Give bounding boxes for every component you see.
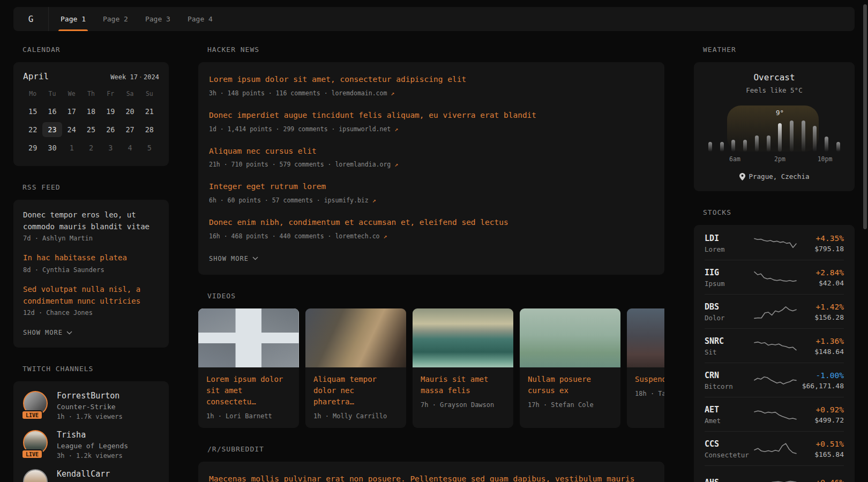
rss-item-title[interactable]: In hac habitasse platea (23, 252, 159, 264)
dashboard-page: G Page 1 Page 2 Page 3 Page 4 CALENDAR A… (0, 0, 868, 482)
stock-row[interactable]: CRNBitcorn-1.00%$66,171.48 (705, 363, 844, 397)
location-pin-icon (739, 173, 745, 180)
hn-show-more-button[interactable]: SHOW MORE (209, 255, 258, 262)
calendar-day[interactable]: 26 (101, 122, 120, 137)
calendar-day[interactable]: 27 (120, 122, 139, 137)
calendar-day[interactable]: 19 (101, 104, 120, 119)
separator-dot: · (138, 73, 144, 81)
stock-row[interactable]: DBSDolor+1.42%$156.28 (705, 295, 844, 329)
hn-item-title[interactable]: Lorem ipsum dolor sit amet, consectetur … (209, 74, 654, 86)
calendar-day[interactable]: 20 (120, 104, 139, 119)
hn-item-title[interactable]: Aliquam nec cursus elit (209, 146, 654, 157)
stock-row[interactable]: IIGIpsum+2.84%$42.04 (705, 260, 844, 295)
tab-page-4[interactable]: Page 4 (179, 7, 221, 31)
twitch-channel-meta: 1h · 1.7k viewers (57, 413, 123, 420)
stock-row[interactable]: AETAmet+0.92%$499.72 (705, 397, 844, 432)
calendar-weekday: Th (81, 90, 101, 101)
external-link-icon[interactable]: ↗ (394, 125, 398, 133)
twitch-channel-name[interactable]: ForrestBurton (57, 391, 123, 401)
calendar-day[interactable]: 21 (140, 104, 159, 119)
calendar-day[interactable]: 30 (42, 140, 62, 155)
calendar-day[interactable]: 23 (42, 122, 62, 137)
stock-sparkline (754, 371, 797, 389)
stock-ticker[interactable]: CRN (705, 371, 754, 380)
weather-bar (813, 126, 817, 152)
calendar-day[interactable]: 16 (42, 104, 62, 119)
stock-ticker[interactable]: DBS (705, 302, 754, 312)
calendar-grid: MoTuWeThFrSaSu15161718192021222324252627… (23, 90, 159, 155)
external-link-icon[interactable]: ↗ (394, 161, 398, 168)
stock-ticker[interactable]: SNRC (705, 336, 754, 346)
video-card[interactable]: Aliquam tempor dolor nec pharetra… 1h · … (305, 308, 406, 428)
hn-item-meta: 3h · 148 points · 116 comments · loremdo… (209, 89, 654, 97)
calendar-month: April (23, 71, 49, 81)
stock-ticker[interactable]: AET (705, 405, 754, 415)
hn-item-title[interactable]: Donec imperdiet augue tincidunt felis al… (209, 110, 654, 122)
stock-ticker[interactable]: AHS (705, 478, 754, 482)
calendar-day[interactable]: 15 (23, 104, 42, 119)
calendar-day[interactable]: 2 (81, 140, 101, 155)
stock-name: Dolor (705, 314, 754, 322)
calendar-day[interactable]: 5 (140, 140, 159, 155)
stock-ticker[interactable]: LDI (705, 234, 754, 243)
hn-item-title[interactable]: Integer eget rutrum lorem (209, 181, 654, 193)
page-tabs: Page 1 Page 2 Page 3 Page 4 (49, 7, 221, 31)
stock-row[interactable]: CCSConsectetur+0.51%$165.84 (705, 432, 844, 466)
stock-price: $795.18 (797, 245, 844, 253)
calendar-day[interactable]: 24 (62, 122, 81, 137)
rss-item-title[interactable]: Donec tempor eros leo, ut commodo mauris… (23, 209, 159, 232)
weather-bar (731, 140, 735, 152)
video-card[interactable]: Suspendisse diam 18h · Tara (627, 308, 664, 428)
calendar-day[interactable]: 22 (23, 122, 42, 137)
vertical-scrollbar[interactable] (863, 4, 867, 229)
stock-change: +2.84% (797, 268, 844, 277)
video-card[interactable]: Lorem ipsum dolor sit amet consectetu… 1… (198, 308, 299, 428)
reddit-section-label: /R/SUBREDDIT (207, 445, 664, 453)
hn-item-title[interactable]: Donec enim nibh, condimentum et accumsan… (209, 217, 654, 229)
calendar-day[interactable]: 3 (101, 140, 120, 155)
external-link-icon[interactable]: ↗ (383, 232, 387, 240)
calendar-day[interactable]: 17 (62, 104, 81, 119)
calendar-day[interactable]: 18 (81, 104, 101, 119)
avatar[interactable] (23, 469, 48, 482)
video-card[interactable]: Nullam posuere cursus ex 17h · Stefan Co… (520, 308, 620, 428)
rss-item: In hac habitasse platea 8d · Cynthia Sau… (23, 252, 159, 274)
weather-axis-label: 2pm (774, 155, 785, 163)
middle-column: HACKER NEWS Lorem ipsum dolor sit amet, … (198, 46, 664, 482)
reddit-post-title[interactable]: Maecenas mollis pulvinar erat non posuer… (209, 473, 654, 482)
left-column: CALENDAR April Week 17·2024 MoTuWeThFrSa… (13, 46, 169, 482)
stock-row[interactable]: LDILorem+4.35%$795.18 (705, 226, 844, 260)
rss-item-title[interactable]: Sed volutpat nulla nisl, a condimentum n… (23, 284, 159, 307)
external-link-icon[interactable]: ↗ (372, 197, 376, 204)
stock-change: +0.46% (797, 478, 844, 482)
chevron-down-icon (66, 331, 72, 335)
calendar-day[interactable]: 28 (140, 122, 159, 137)
tab-page-3[interactable]: Page 3 (137, 7, 179, 31)
tab-page-1[interactable]: Page 1 (52, 7, 94, 31)
stock-ticker[interactable]: IIG (705, 268, 754, 277)
stock-price: $499.72 (797, 416, 844, 424)
tab-page-2[interactable]: Page 2 (94, 7, 137, 31)
rss-show-more-button[interactable]: SHOW MORE (23, 329, 72, 336)
video-card[interactable]: Mauris sit amet massa felis 7h · Grayson… (413, 308, 513, 428)
reddit-post: Maecenas mollis pulvinar erat non posuer… (209, 473, 654, 482)
stock-sparkline (754, 234, 797, 252)
twitch-channel-name[interactable]: Trisha (57, 430, 128, 440)
stocks-widget: STOCKS LDILorem+4.35%$795.18IIGIpsum+2.8… (694, 208, 855, 482)
twitch-channel-name[interactable]: KendallCarr (57, 469, 110, 479)
video-meta: 17h · Stefan Cole (520, 396, 620, 417)
hn-item-meta: 6h · 60 points · 57 comments · ipsumify.… (209, 197, 654, 204)
app-logo[interactable]: G (13, 7, 49, 31)
external-link-icon[interactable]: ↗ (391, 89, 394, 97)
stock-ticker[interactable]: CCS (705, 439, 754, 449)
weather-bar (708, 142, 712, 152)
stock-row[interactable]: SNRCSit+1.36%$148.64 (705, 329, 844, 363)
calendar-day[interactable]: 1 (62, 140, 81, 155)
calendar-weekday: Tu (42, 90, 62, 101)
calendar-day[interactable]: 4 (120, 140, 139, 155)
video-title: Nullam posuere cursus ex (520, 367, 620, 396)
calendar-day[interactable]: 29 (23, 140, 42, 155)
calendar-day[interactable]: 25 (81, 122, 101, 137)
stock-row[interactable]: AHS+0.46% (705, 466, 844, 482)
weather-bar (755, 135, 759, 152)
